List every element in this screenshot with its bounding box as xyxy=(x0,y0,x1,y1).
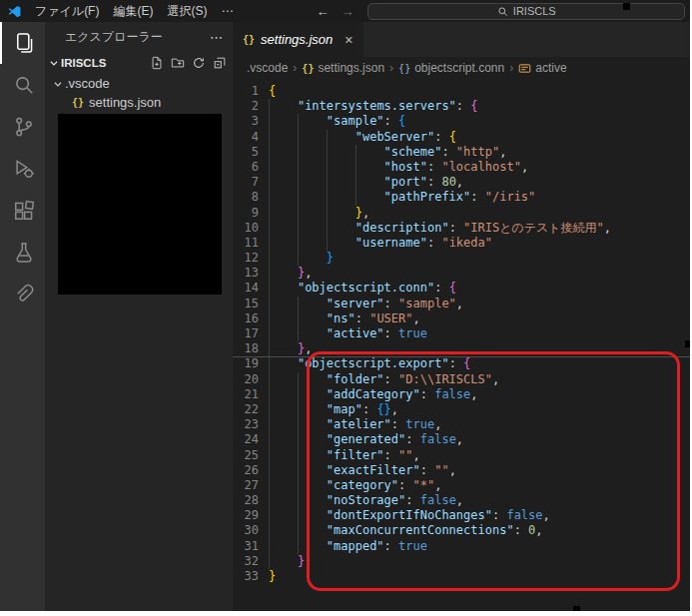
search-text: IRISCLS xyxy=(513,5,556,17)
search-sidebar-icon[interactable] xyxy=(0,64,45,106)
code-line: 23 "atelier": true, xyxy=(233,417,690,432)
symbol-object-icon: {} xyxy=(398,63,410,74)
code-line: 9 }, xyxy=(233,206,690,221)
chevron-down-icon xyxy=(49,58,59,68)
paperclip-icon[interactable] xyxy=(0,274,45,315)
code-line: 16 "ns": "USER", xyxy=(233,311,690,326)
annotation-handle-dot xyxy=(685,340,690,347)
explorer-header: エクスプローラー ⋯ xyxy=(45,22,233,52)
breadcrumb-settings-json[interactable]: {} settings.json xyxy=(302,61,384,75)
back-button[interactable]: ← xyxy=(310,4,335,19)
code-line: 26 "exactFilter": "", xyxy=(233,463,690,478)
json-file-icon: {} xyxy=(72,97,84,108)
folder-name: .vscode xyxy=(65,76,110,91)
new-folder-icon[interactable] xyxy=(171,56,185,70)
breadcrumb-active[interactable]: active xyxy=(518,61,566,75)
collapse-all-icon[interactable] xyxy=(213,56,227,70)
json-file-icon: {} xyxy=(243,34,255,45)
search-icon xyxy=(497,6,508,17)
breadcrumb-separator: › xyxy=(509,61,513,75)
annotation-handle-dot xyxy=(573,606,580,611)
vscode-window: ファイル(F) 編集(E) 選択(S) ⋯ ← → IRISCLS xyxy=(0,0,690,611)
code-line: 20 "folder": "D:\\IRISCLS", xyxy=(233,372,690,387)
code-line: 17 "active": true xyxy=(233,326,690,341)
close-icon[interactable]: × xyxy=(339,32,352,48)
workspace-name: IRISCLS xyxy=(61,57,106,69)
explorer-title: エクスプローラー xyxy=(65,29,163,46)
menu-edit[interactable]: 編集(E) xyxy=(106,0,160,22)
forward-button[interactable]: → xyxy=(335,4,359,19)
menu-more[interactable]: ⋯ xyxy=(214,0,240,22)
chevron-down-icon xyxy=(53,79,63,89)
code-line: 33} xyxy=(233,569,690,584)
code-line: 15 "server": "sample", xyxy=(233,297,690,311)
title-bar: ファイル(F) 編集(E) 選択(S) ⋯ ← → IRISCLS xyxy=(0,0,690,22)
tab-bar: {} settings.json × xyxy=(233,22,690,57)
tab-label: settings.json xyxy=(261,32,333,47)
explorer-sidebar: エクスプローラー ⋯ IRISCLS xyxy=(45,22,233,611)
code-line: 24 "generated": false, xyxy=(233,432,690,447)
code-line: 19 "objectscript.export": { xyxy=(233,356,690,371)
code-line: 18 }, xyxy=(233,341,690,356)
breadcrumb-objectscript-conn[interactable]: {} objectscript.conn xyxy=(398,61,504,75)
code-line: 27 "category": "*", xyxy=(233,478,690,493)
breadcrumb-label: settings.json xyxy=(318,61,384,75)
menu-selection[interactable]: 選択(S) xyxy=(160,0,214,22)
code-line: 8 "pathPrefix": "/iris" xyxy=(233,190,690,205)
menu-file[interactable]: ファイル(F) xyxy=(28,0,106,22)
extensions-icon[interactable] xyxy=(0,190,45,232)
run-debug-icon[interactable] xyxy=(0,148,45,190)
tab-settings-json[interactable]: {} settings.json × xyxy=(233,22,363,57)
refresh-icon[interactable] xyxy=(192,56,206,70)
explorer-icon[interactable] xyxy=(0,22,45,64)
code-line: 6 "host": "localhost", xyxy=(233,160,690,175)
breadcrumb: .vscode › {} settings.json › {} objectsc… xyxy=(233,57,690,79)
redacted-black-box xyxy=(58,114,222,295)
code-line: 1{ xyxy=(233,84,690,99)
code-line: 32 } xyxy=(233,554,690,569)
code-line: 13 }, xyxy=(233,266,690,281)
code-line: 25 "filter": "", xyxy=(233,448,690,463)
symbol-boolean-icon xyxy=(518,62,531,75)
explorer-more-actions[interactable]: ⋯ xyxy=(210,30,223,45)
code-line: 29 "dontExportIfNoChanges": false, xyxy=(233,508,690,523)
code-line: 10 "description": "IRISとのテスト接続用", xyxy=(233,221,690,236)
code-line: 3 "sample": { xyxy=(233,114,690,129)
command-center-search[interactable]: IRISCLS xyxy=(367,3,685,20)
json-file-icon: {} xyxy=(302,63,314,74)
breadcrumb-separator: › xyxy=(293,61,297,75)
code-line: 28 "noStorage": false, xyxy=(233,493,690,508)
annotation-handle-dot xyxy=(623,3,630,10)
new-file-icon[interactable] xyxy=(150,56,164,70)
breadcrumb-vscode[interactable]: .vscode xyxy=(247,61,288,75)
breadcrumb-label: active xyxy=(535,61,566,75)
code-area[interactable]: 1{2 "intersystems.servers": {3 "sample":… xyxy=(233,79,690,584)
source-control-icon[interactable] xyxy=(0,106,45,148)
code-line: 11 "username": "ikeda" xyxy=(233,236,690,251)
code-line: 4 "webServer": { xyxy=(233,130,690,145)
breadcrumb-label: objectscript.conn xyxy=(414,61,504,75)
file-name: settings.json xyxy=(89,95,161,110)
code-line: 21 "addCategory": false, xyxy=(233,387,690,402)
testing-flask-icon[interactable] xyxy=(0,232,45,274)
code-line: 22 "map": {}, xyxy=(233,402,690,417)
code-line: 31 "mapped": true xyxy=(233,539,690,554)
code-line: 2 "intersystems.servers": { xyxy=(233,99,690,114)
breadcrumb-separator: › xyxy=(389,61,393,75)
code-line: 5 "scheme": "http", xyxy=(233,145,690,160)
vscode-logo-icon xyxy=(0,4,28,19)
code-line: 14 "objectscript.conn": { xyxy=(233,281,690,296)
workspace-section-header[interactable]: IRISCLS xyxy=(45,52,233,74)
tree-item-settings-json[interactable]: {} settings.json xyxy=(45,93,233,112)
current-line-border xyxy=(233,356,690,357)
tree-item-vscode-folder[interactable]: .vscode xyxy=(45,74,233,93)
code-line: 12 } xyxy=(233,251,690,266)
activity-bar xyxy=(0,22,45,611)
editor-group: {} settings.json × .vscode › {} settings… xyxy=(233,22,690,611)
breadcrumb-label: .vscode xyxy=(247,61,288,75)
code-line: 30 "maxConcurrentConnections": 0, xyxy=(233,523,690,538)
code-line: 7 "port": 80, xyxy=(233,175,690,190)
